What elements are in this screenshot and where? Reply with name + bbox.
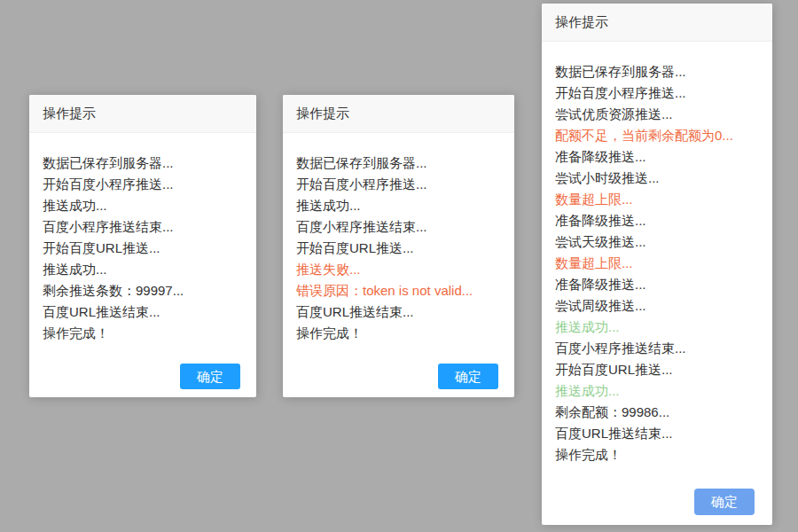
- message-line: 操作完成！: [555, 444, 759, 466]
- dialog-footer: 确定: [542, 489, 772, 525]
- message-line: 推送成功...: [43, 195, 243, 216]
- message-line: 错误原因：token is not valid...: [296, 280, 501, 301]
- dialog-header: 操作提示: [542, 4, 772, 42]
- message-line: 开始百度小程序推送...: [555, 82, 759, 104]
- message-line: 推送失败...: [296, 259, 501, 280]
- message-line: 尝试周级推送...: [555, 295, 759, 317]
- message-line: 推送成功...: [43, 259, 243, 280]
- message-line: 准备降级推送...: [555, 146, 759, 168]
- message-line: 操作完成！: [296, 323, 501, 344]
- dialog-footer: 确定: [29, 364, 256, 397]
- message-line: 准备降级推送...: [555, 210, 759, 231]
- message-line: 数据已保存到服务器...: [43, 153, 243, 174]
- confirm-button[interactable]: 确定: [438, 364, 498, 389]
- message-list: 数据已保存到服务器...开始百度小程序推送...推送成功...百度小程序推送结束…: [283, 133, 514, 344]
- message-line: 配额不足，当前剩余配额为0...: [555, 125, 759, 146]
- message-line: 推送成功...: [555, 317, 759, 338]
- message-line: 准备降级推送...: [555, 274, 759, 295]
- message-line: 推送成功...: [296, 195, 501, 216]
- confirm-button[interactable]: 确定: [180, 364, 240, 389]
- dialog-header: 操作提示: [29, 95, 256, 133]
- message-list: 数据已保存到服务器...开始百度小程序推送...尝试优质资源推送...配额不足，…: [542, 42, 772, 466]
- dialog-header: 操作提示: [283, 95, 514, 133]
- dialog-title: 操作提示: [296, 106, 349, 121]
- message-line: 百度URL推送结束...: [555, 423, 759, 444]
- message-line: 数量超上限...: [555, 189, 759, 210]
- confirm-button[interactable]: 确定: [694, 489, 755, 515]
- message-line: 数据已保存到服务器...: [555, 61, 759, 82]
- message-line: 百度小程序推送结束...: [296, 216, 501, 238]
- message-line: 剩余推送条数：99997...: [43, 280, 243, 301]
- message-line: 数量超上限...: [555, 253, 759, 274]
- message-line: 尝试天级推送...: [555, 231, 759, 253]
- message-line: 尝试小时级推送...: [555, 168, 759, 189]
- message-line: 开始百度小程序推送...: [296, 174, 501, 195]
- message-line: 尝试优质资源推送...: [555, 104, 759, 125]
- message-line: 开始百度URL推送...: [43, 238, 243, 259]
- message-line: 操作完成！: [43, 323, 243, 344]
- message-line: 开始百度小程序推送...: [43, 174, 243, 195]
- message-line: 剩余配额：99986...: [555, 402, 759, 423]
- desktop-background: { "colors": { "background": "#ababab", "…: [0, 0, 798, 532]
- message-line: 开始百度URL推送...: [555, 359, 759, 380]
- dialog-footer: 确定: [283, 364, 514, 397]
- dialog-title: 操作提示: [555, 14, 608, 29]
- operation-tip-dialog-1: 操作提示 数据已保存到服务器...开始百度小程序推送...推送成功...百度小程…: [29, 95, 256, 397]
- operation-tip-dialog-3: 操作提示 数据已保存到服务器...开始百度小程序推送...尝试优质资源推送...…: [542, 4, 772, 525]
- message-line: 推送成功...: [555, 380, 759, 402]
- dialog-title: 操作提示: [43, 106, 96, 121]
- message-line: 开始百度URL推送...: [296, 238, 501, 259]
- operation-tip-dialog-2: 操作提示 数据已保存到服务器...开始百度小程序推送...推送成功...百度小程…: [283, 95, 514, 397]
- message-line: 百度小程序推送结束...: [43, 216, 243, 238]
- message-list: 数据已保存到服务器...开始百度小程序推送...推送成功...百度小程序推送结束…: [29, 133, 256, 344]
- message-line: 百度小程序推送结束...: [555, 338, 759, 359]
- message-line: 百度URL推送结束...: [43, 301, 243, 323]
- message-line: 百度URL推送结束...: [296, 301, 501, 323]
- message-line: 数据已保存到服务器...: [296, 153, 501, 174]
